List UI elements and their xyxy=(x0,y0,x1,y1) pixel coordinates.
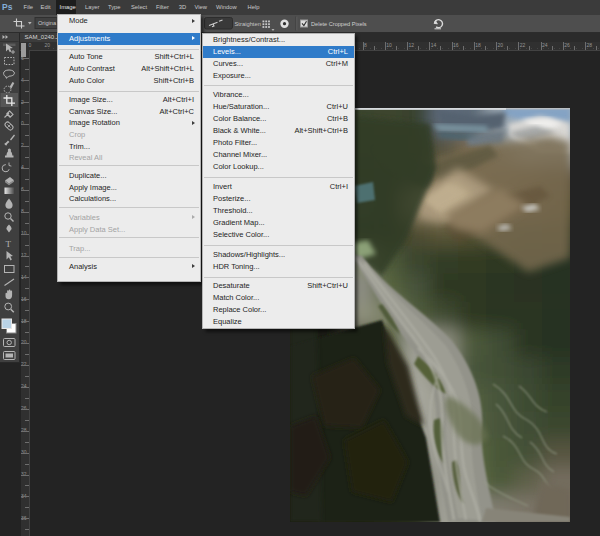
svg-text:Straighten: Straighten xyxy=(235,20,261,26)
svg-text:T: T xyxy=(6,239,12,249)
svg-text:Delete Cropped Pixels: Delete Cropped Pixels xyxy=(311,20,367,26)
svg-text:Origina: Origina xyxy=(38,20,57,26)
